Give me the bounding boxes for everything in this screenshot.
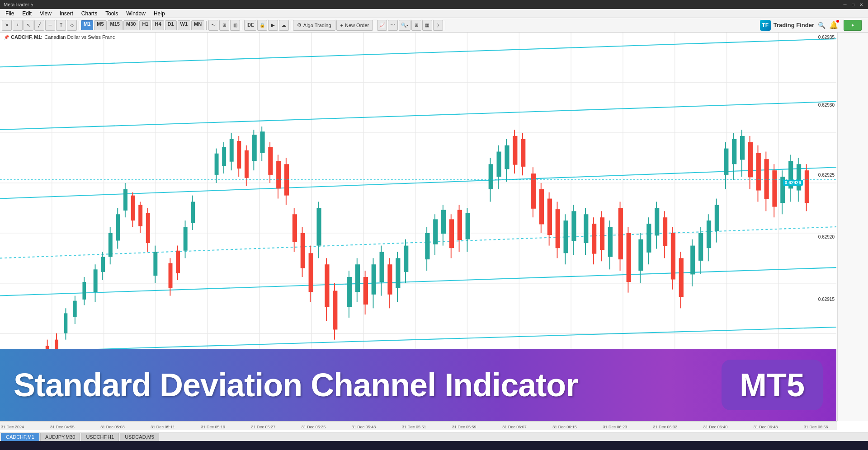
svg-rect-94 [325, 264, 329, 307]
trading-finder-header: TF Trading Finder 🔍 🔔 ● [755, 20, 866, 31]
chart-pin-icon: 📌 [4, 35, 9, 40]
chart-tab-usdchf-h1[interactable]: USDCHF,H1 [81, 433, 119, 441]
timeframe-m5[interactable]: M5 [94, 20, 106, 30]
sep-3 [242, 21, 242, 30]
svg-rect-118 [441, 210, 446, 234]
trading-finder-logo: TF Trading Finder [760, 20, 814, 31]
timeframe-h4[interactable]: H4 [152, 20, 164, 30]
svg-rect-140 [547, 199, 552, 235]
sep-4 [291, 21, 291, 30]
timeframe-w1[interactable]: W1 [178, 20, 191, 30]
toolbar-line[interactable]: ╱ [34, 20, 44, 31]
time-3: 31 Dec 05:11 [151, 425, 175, 429]
svg-rect-142 [556, 209, 560, 248]
svg-rect-46 [116, 214, 120, 240]
time-7: 31 Dec 05:43 [352, 425, 376, 429]
toolbar-zoom-out[interactable]: 🔍- [399, 20, 410, 31]
svg-rect-188 [756, 153, 761, 190]
toolbar-zoom-fit[interactable]: ⊞ [411, 20, 421, 31]
toolbar-cursor[interactable]: ↖ [24, 20, 33, 31]
svg-rect-96 [333, 291, 337, 329]
toolbar-hline[interactable]: ─ [45, 20, 55, 31]
svg-rect-148 [584, 214, 588, 243]
svg-rect-122 [458, 210, 462, 240]
toolbar-lock[interactable]: 🔒 [257, 20, 267, 31]
toolbar-chart-type[interactable]: 〜 [208, 20, 218, 31]
toolbar-text[interactable]: T [56, 20, 66, 31]
toolbar-zoom-in[interactable]: + [13, 20, 23, 31]
close-button[interactable]: ✕ [858, 1, 864, 8]
svg-rect-38 [82, 282, 86, 300]
time-6: 31 Dec 05:35 [302, 425, 326, 429]
menu-help[interactable]: Help [150, 9, 169, 18]
svg-rect-106 [380, 252, 384, 282]
svg-rect-72 [237, 141, 241, 169]
toolbar-oscillator[interactable]: 〰 [388, 20, 398, 31]
menu-charts[interactable]: Charts [78, 9, 101, 18]
toolbar-cloud[interactable]: ☁ [279, 20, 289, 31]
svg-rect-102 [363, 277, 368, 305]
svg-rect-74 [245, 150, 249, 178]
menu-insert[interactable]: Insert [56, 9, 77, 18]
chart-tab-cadchf-m1[interactable]: CADCHF,M1 [1, 433, 39, 441]
svg-rect-186 [748, 142, 753, 178]
timeframe-m15[interactable]: M15 [108, 20, 123, 30]
svg-rect-62 [184, 227, 188, 251]
timeframe-d1[interactable]: D1 [165, 20, 177, 30]
svg-rect-100 [355, 264, 360, 292]
svg-rect-60 [176, 251, 180, 273]
time-16: 31 Dec 06:56 [804, 425, 828, 429]
svg-rect-82 [276, 161, 281, 188]
chart-tab-audjpy-m30[interactable]: AUDJPY,M30 [40, 433, 80, 441]
svg-rect-44 [108, 233, 113, 257]
svg-rect-196 [788, 161, 793, 188]
menu-view[interactable]: View [36, 9, 55, 18]
menu-file[interactable]: File [2, 9, 18, 18]
sep-5 [375, 21, 375, 30]
svg-rect-170 [679, 258, 684, 297]
toolbar-ide[interactable]: IDE [244, 20, 256, 31]
svg-rect-178 [715, 205, 719, 231]
chart-header-info: 📌 CADCHF, M1: Canadian Dollar vs Swiss F… [4, 34, 115, 40]
toolbar-play[interactable]: ▶ [268, 20, 278, 31]
menu-window[interactable]: Window [123, 9, 149, 18]
toolbar-candle[interactable]: ▥ [230, 20, 240, 31]
svg-rect-138 [539, 189, 544, 225]
minimize-button[interactable]: ─ [842, 1, 848, 8]
timeframe-m30[interactable]: M30 [123, 20, 138, 30]
toolbar-autoscroll[interactable]: ⟩ [433, 20, 443, 31]
toolbar-bar-chart[interactable]: ⊞ [219, 20, 229, 31]
menu-tools[interactable]: Tools [102, 9, 122, 18]
toolbar-indicators[interactable]: 📈 [377, 20, 387, 31]
menu-bar: File Edit View Insert Charts Tools Windo… [0, 9, 868, 18]
algo-trading-button[interactable]: ⚙ Algo Trading [293, 20, 335, 31]
svg-rect-180 [724, 149, 728, 175]
new-order-button[interactable]: + New Order [336, 20, 373, 31]
timeframe-h1[interactable]: H1 [139, 20, 151, 30]
svg-rect-76 [252, 135, 257, 161]
notification-dot [836, 20, 839, 23]
timeframe-mn[interactable]: MN [191, 20, 204, 30]
svg-rect-160 [638, 239, 643, 271]
chart-tab-usdcad-m5[interactable]: USDCAD,M5 [120, 433, 159, 441]
toolbar-grid[interactable]: ▦ [422, 20, 432, 31]
title-bar-controls: ─ □ ✕ [842, 1, 864, 8]
notification-bell[interactable]: 🔔 [829, 21, 838, 29]
svg-rect-146 [571, 211, 576, 241]
timeframe-m1[interactable]: M1 [81, 20, 93, 30]
svg-rect-68 [222, 147, 226, 166]
sep-2 [206, 21, 207, 30]
svg-rect-184 [740, 136, 745, 160]
svg-rect-104 [372, 264, 376, 295]
price-axis [837, 33, 868, 421]
search-icon[interactable]: 🔍 [818, 22, 826, 29]
chart-container[interactable]: 📌 CADCHF, M1: Canadian Dollar vs Swiss F… [0, 33, 868, 441]
title-bar-left: MetaTrader 5 [4, 2, 33, 7]
algo-trading-icon: ⚙ [297, 22, 302, 28]
overlay-banner: Standard Deviation Channel Indicator MT5 [0, 349, 836, 421]
toolbar-shapes[interactable]: ◇ [67, 20, 77, 31]
maximize-button[interactable]: □ [850, 1, 856, 8]
menu-edit[interactable]: Edit [19, 9, 35, 18]
banner-badge: MT5 [722, 360, 823, 410]
toolbar-crosshair[interactable]: ✕ [2, 20, 12, 31]
